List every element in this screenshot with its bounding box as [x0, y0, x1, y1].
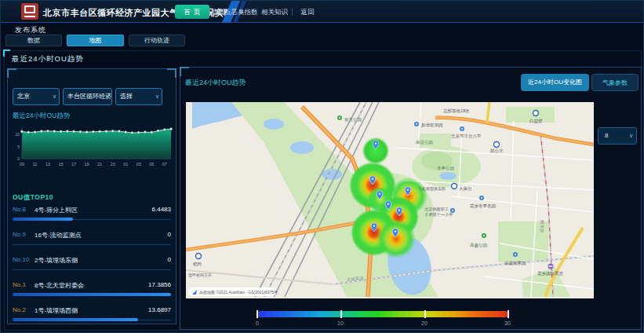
park-select[interactable]: 丰台区循环经济产∨ — [63, 88, 112, 105]
point-name: 16号-流动监测点 — [35, 231, 168, 240]
map-label: 北京铁路职工 — [424, 207, 449, 212]
map-label: 郭公庄 — [490, 148, 504, 154]
map-label: 樊羊路 — [540, 220, 544, 233]
top-bar: 北京市丰台区循环经济产业园大气恶臭状况实时 首页 监测点恶臭指数 相关知识 返回 — [1, 1, 644, 23]
map-label: 白盆窑 — [529, 119, 543, 124]
top-list-item: No.21号-填埋场西侧13.6897 — [13, 303, 171, 328]
map-label: 大葆台 — [459, 186, 472, 191]
value-bar-track — [13, 269, 171, 270]
svg-text:05: 05 — [149, 162, 154, 166]
section-title: 最近24小时OU趋势 — [12, 54, 84, 64]
map-attribution: 高德地图 ©2021 AutoNavi - GS(2021)6375号 — [188, 287, 278, 296]
value-bar — [13, 318, 138, 321]
value-bar — [13, 293, 171, 296]
svg-text:17: 17 — [71, 162, 76, 166]
rank-label: No.8 — [13, 206, 35, 214]
map[interactable]: 总部基地18区 看丹公园 新华双加园 御景公园 北京市丰台八中 郭公庄 白盆窑 … — [186, 102, 594, 298]
map-label: 新华双加园 — [421, 123, 443, 128]
top-list-item: No.18号-北天堂村委会17.3856 — [13, 278, 171, 303]
svg-text:5: 5 — [17, 145, 20, 149]
scale-tick-label: 20 — [417, 320, 432, 326]
value-bar-track — [13, 244, 171, 245]
point-name: 2号-填埋场东侧 — [35, 256, 168, 265]
point-name: 8号-北天堂村委会 — [35, 281, 148, 290]
point-name: 1号-填埋场西侧 — [35, 306, 148, 315]
top-list-item: No.84号-筛分上料区6.4483 — [13, 203, 171, 228]
map-label: 花乡世界名园 — [470, 203, 496, 209]
corner-accent — [3, 49, 10, 57]
nav-divider — [257, 8, 257, 16]
map-label: 造甲村回王庄 — [188, 273, 212, 278]
point-select[interactable]: 选择∨ — [115, 88, 162, 105]
chevron-down-icon: ∨ — [629, 128, 633, 144]
time-select[interactable]: 8∨ — [598, 127, 637, 145]
point-value: 0 — [168, 231, 171, 240]
app-window: 北京市丰台区循环经济产业园大气恶臭状况实时 首页 监测点恶臭指数 相关知识 返回… — [0, 0, 644, 333]
value-bar — [13, 218, 73, 221]
map-label: 保康闵家园 — [504, 261, 526, 266]
rank-label: No.10 — [13, 256, 35, 265]
point-value: 13.6897 — [148, 306, 171, 315]
map-label: 御景公园 — [415, 140, 433, 145]
map-label: 稻田 — [193, 262, 202, 267]
map-label: 花乡国际家居 — [537, 271, 564, 276]
svg-text:01: 01 — [123, 162, 128, 166]
map-canvas: 总部基地18区 看丹公园 新华双加园 御景公园 北京市丰台八中 郭公庄 白盆窑 … — [186, 102, 594, 298]
ou-top-title: OU值TOP10 — [13, 193, 53, 203]
rank-label: No.1 — [13, 281, 35, 290]
point-value: 0 — [168, 256, 171, 265]
svg-text:15: 15 — [59, 162, 64, 166]
nav-item-back[interactable]: 返回 — [296, 5, 319, 19]
tab-data[interactable]: 数据 — [5, 35, 62, 46]
svg-text:13: 13 — [45, 162, 50, 166]
nav-item-knowledge[interactable]: 相关知识 — [260, 5, 289, 19]
scale-notch — [424, 310, 426, 318]
map-label: 飞机模型俱乐部 — [418, 186, 446, 192]
top-list-item: No.102号-填埋场东侧0 — [13, 253, 171, 278]
city-select[interactable]: 北京∨ — [13, 88, 60, 105]
scale-tick-label: 30 — [500, 320, 515, 326]
tab-map[interactable]: 地图 — [67, 35, 124, 46]
tab-track[interactable]: 行动轨迹 — [129, 35, 185, 46]
map-label: 子弟第十一小学 — [424, 212, 453, 217]
map-label: 世界公园 — [437, 166, 454, 171]
svg-text:10: 10 — [15, 132, 20, 137]
svg-text:19: 19 — [85, 162, 89, 166]
color-scale — [257, 311, 509, 317]
right-panel: 最近24小时OU趋势 近24小时OU变化图 气象参数 — [180, 67, 642, 330]
svg-text:21: 21 — [97, 162, 102, 166]
nav-divider — [292, 8, 293, 16]
svg-text:23: 23 — [111, 162, 115, 166]
chevron-down-icon: ∨ — [53, 89, 56, 104]
svg-text:11: 11 — [33, 162, 38, 166]
scale-notch — [508, 310, 509, 318]
point-value: 6.4483 — [152, 206, 171, 214]
nav-item-home[interactable]: 首页 — [175, 5, 209, 19]
svg-text:09: 09 — [20, 162, 24, 166]
trend-chart: 0510091113151719212301030507 — [11, 121, 174, 170]
rank-label: No.9 — [13, 231, 35, 240]
map-label: 北京市丰台八中 — [450, 134, 482, 139]
svg-text:高德地图 ©2021 AutoNavi - GS(2021): 高德地图 ©2021 AutoNavi - GS(2021)6375号 — [199, 290, 278, 295]
map-label: 总部基地18区 — [442, 108, 470, 114]
map-label: 高鑫公园 — [470, 243, 487, 248]
heat-blob — [377, 219, 416, 258]
app-logo-icon — [21, 3, 38, 20]
scale-notch — [340, 310, 342, 318]
rank-label: No.2 — [13, 306, 35, 315]
svg-text:03: 03 — [136, 162, 141, 166]
nav-item-odor-index[interactable]: 监测点恶臭指数 — [211, 5, 255, 19]
point-value: 17.3856 — [148, 281, 171, 290]
map-panel-title: 最近24小时OU趋势 — [185, 78, 246, 88]
left-panel: 北京∨ 丰台区循环经济产∨ 选择∨ 最近24小时OU趋势 05100911131… — [7, 68, 176, 324]
scale-tick-label: 0 — [249, 320, 265, 326]
scale-tick-label: 10 — [333, 320, 348, 326]
weather-params-button[interactable]: 气象参数 — [591, 74, 639, 91]
point-name: 4号-筛分上料区 — [35, 206, 152, 214]
scale-notch — [257, 310, 258, 318]
map-label: 看丹公园 — [344, 117, 362, 123]
svg-text:0: 0 — [17, 156, 20, 161]
top-list-item: No.916号-流动监测点0 — [13, 228, 171, 253]
ou-change-button[interactable]: 近24小时OU变化图 — [521, 74, 589, 91]
trend-chart-title: 最近24小时OU趋势 — [13, 112, 70, 121]
